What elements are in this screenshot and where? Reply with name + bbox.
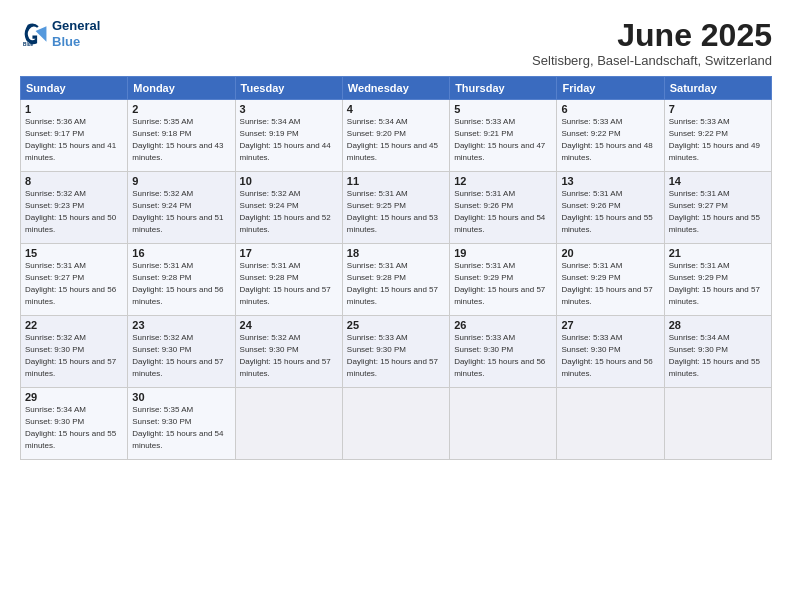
day-number: 3 [240,103,338,115]
day-number: 27 [561,319,659,331]
day-cell: 15Sunrise: 5:31 AMSunset: 9:27 PMDayligh… [21,244,128,316]
calendar-table: SundayMondayTuesdayWednesdayThursdayFrid… [20,76,772,460]
day-cell: 21Sunrise: 5:31 AMSunset: 9:29 PMDayligh… [664,244,771,316]
day-number: 12 [454,175,552,187]
day-info: Sunrise: 5:31 AMSunset: 9:27 PMDaylight:… [25,261,116,305]
day-cell: 29Sunrise: 5:34 AMSunset: 9:30 PMDayligh… [21,388,128,460]
day-cell: 12Sunrise: 5:31 AMSunset: 9:26 PMDayligh… [450,172,557,244]
day-cell: 7Sunrise: 5:33 AMSunset: 9:22 PMDaylight… [664,100,771,172]
logo: Blue General Blue [20,18,100,49]
day-cell: 2Sunrise: 5:35 AMSunset: 9:18 PMDaylight… [128,100,235,172]
day-info: Sunrise: 5:31 AMSunset: 9:29 PMDaylight:… [669,261,760,305]
day-info: Sunrise: 5:35 AMSunset: 9:18 PMDaylight:… [132,117,223,161]
day-cell: 23Sunrise: 5:32 AMSunset: 9:30 PMDayligh… [128,316,235,388]
day-cell: 8Sunrise: 5:32 AMSunset: 9:23 PMDaylight… [21,172,128,244]
day-number: 21 [669,247,767,259]
logo-icon: Blue [20,20,48,48]
day-cell: 6Sunrise: 5:33 AMSunset: 9:22 PMDaylight… [557,100,664,172]
day-info: Sunrise: 5:32 AMSunset: 9:30 PMDaylight:… [240,333,331,377]
week-row-4: 22Sunrise: 5:32 AMSunset: 9:30 PMDayligh… [21,316,772,388]
day-number: 14 [669,175,767,187]
day-cell: 9Sunrise: 5:32 AMSunset: 9:24 PMDaylight… [128,172,235,244]
day-cell: 4Sunrise: 5:34 AMSunset: 9:20 PMDaylight… [342,100,449,172]
day-number: 7 [669,103,767,115]
day-cell [235,388,342,460]
header-day-monday: Monday [128,77,235,100]
day-number: 1 [25,103,123,115]
calendar-page: Blue General Blue June 2025 Seltisberg, … [0,0,792,612]
day-cell: 1Sunrise: 5:36 AMSunset: 9:17 PMDaylight… [21,100,128,172]
day-cell: 10Sunrise: 5:32 AMSunset: 9:24 PMDayligh… [235,172,342,244]
header-day-friday: Friday [557,77,664,100]
day-info: Sunrise: 5:31 AMSunset: 9:28 PMDaylight:… [240,261,331,305]
day-number: 30 [132,391,230,403]
day-cell [557,388,664,460]
day-cell [664,388,771,460]
day-number: 9 [132,175,230,187]
day-info: Sunrise: 5:32 AMSunset: 9:24 PMDaylight:… [240,189,331,233]
day-info: Sunrise: 5:32 AMSunset: 9:30 PMDaylight:… [132,333,223,377]
day-info: Sunrise: 5:33 AMSunset: 9:22 PMDaylight:… [561,117,652,161]
day-cell: 19Sunrise: 5:31 AMSunset: 9:29 PMDayligh… [450,244,557,316]
day-info: Sunrise: 5:33 AMSunset: 9:30 PMDaylight:… [454,333,545,377]
day-info: Sunrise: 5:31 AMSunset: 9:28 PMDaylight:… [132,261,223,305]
day-info: Sunrise: 5:31 AMSunset: 9:29 PMDaylight:… [454,261,545,305]
day-cell: 27Sunrise: 5:33 AMSunset: 9:30 PMDayligh… [557,316,664,388]
day-info: Sunrise: 5:32 AMSunset: 9:30 PMDaylight:… [25,333,116,377]
day-cell: 14Sunrise: 5:31 AMSunset: 9:27 PMDayligh… [664,172,771,244]
day-number: 18 [347,247,445,259]
month-title: June 2025 [532,18,772,53]
day-cell: 20Sunrise: 5:31 AMSunset: 9:29 PMDayligh… [557,244,664,316]
day-number: 15 [25,247,123,259]
day-number: 11 [347,175,445,187]
header-day-wednesday: Wednesday [342,77,449,100]
day-info: Sunrise: 5:31 AMSunset: 9:26 PMDaylight:… [561,189,652,233]
day-number: 8 [25,175,123,187]
header: Blue General Blue June 2025 Seltisberg, … [20,18,772,68]
day-number: 29 [25,391,123,403]
day-info: Sunrise: 5:34 AMSunset: 9:30 PMDaylight:… [669,333,760,377]
day-info: Sunrise: 5:34 AMSunset: 9:20 PMDaylight:… [347,117,438,161]
day-cell: 26Sunrise: 5:33 AMSunset: 9:30 PMDayligh… [450,316,557,388]
subtitle: Seltisberg, Basel-Landschaft, Switzerlan… [532,53,772,68]
day-info: Sunrise: 5:33 AMSunset: 9:30 PMDaylight:… [347,333,438,377]
header-day-thursday: Thursday [450,77,557,100]
header-day-sunday: Sunday [21,77,128,100]
day-cell: 24Sunrise: 5:32 AMSunset: 9:30 PMDayligh… [235,316,342,388]
week-row-1: 1Sunrise: 5:36 AMSunset: 9:17 PMDaylight… [21,100,772,172]
day-cell [450,388,557,460]
day-number: 20 [561,247,659,259]
header-day-saturday: Saturday [664,77,771,100]
day-cell: 28Sunrise: 5:34 AMSunset: 9:30 PMDayligh… [664,316,771,388]
day-info: Sunrise: 5:33 AMSunset: 9:30 PMDaylight:… [561,333,652,377]
week-row-5: 29Sunrise: 5:34 AMSunset: 9:30 PMDayligh… [21,388,772,460]
day-number: 23 [132,319,230,331]
day-number: 4 [347,103,445,115]
day-number: 2 [132,103,230,115]
day-cell: 3Sunrise: 5:34 AMSunset: 9:19 PMDaylight… [235,100,342,172]
day-number: 22 [25,319,123,331]
day-number: 17 [240,247,338,259]
day-info: Sunrise: 5:31 AMSunset: 9:25 PMDaylight:… [347,189,438,233]
day-info: Sunrise: 5:34 AMSunset: 9:19 PMDaylight:… [240,117,331,161]
day-info: Sunrise: 5:31 AMSunset: 9:29 PMDaylight:… [561,261,652,305]
week-row-2: 8Sunrise: 5:32 AMSunset: 9:23 PMDaylight… [21,172,772,244]
day-cell: 22Sunrise: 5:32 AMSunset: 9:30 PMDayligh… [21,316,128,388]
logo-text-blue: Blue [52,34,100,50]
day-number: 5 [454,103,552,115]
day-info: Sunrise: 5:31 AMSunset: 9:28 PMDaylight:… [347,261,438,305]
day-info: Sunrise: 5:35 AMSunset: 9:30 PMDaylight:… [132,405,223,449]
day-cell: 30Sunrise: 5:35 AMSunset: 9:30 PMDayligh… [128,388,235,460]
day-number: 16 [132,247,230,259]
day-number: 24 [240,319,338,331]
week-row-3: 15Sunrise: 5:31 AMSunset: 9:27 PMDayligh… [21,244,772,316]
day-info: Sunrise: 5:31 AMSunset: 9:27 PMDaylight:… [669,189,760,233]
day-info: Sunrise: 5:34 AMSunset: 9:30 PMDaylight:… [25,405,116,449]
svg-text:Blue: Blue [23,42,34,47]
header-row: SundayMondayTuesdayWednesdayThursdayFrid… [21,77,772,100]
day-info: Sunrise: 5:32 AMSunset: 9:23 PMDaylight:… [25,189,116,233]
day-number: 28 [669,319,767,331]
day-cell: 13Sunrise: 5:31 AMSunset: 9:26 PMDayligh… [557,172,664,244]
day-number: 19 [454,247,552,259]
day-info: Sunrise: 5:33 AMSunset: 9:21 PMDaylight:… [454,117,545,161]
